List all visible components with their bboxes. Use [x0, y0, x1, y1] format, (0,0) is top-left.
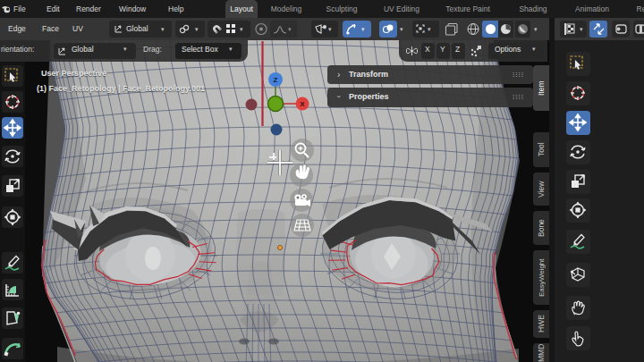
svg-text:Z: Z — [274, 76, 278, 84]
svg-text:X: X — [300, 100, 305, 108]
